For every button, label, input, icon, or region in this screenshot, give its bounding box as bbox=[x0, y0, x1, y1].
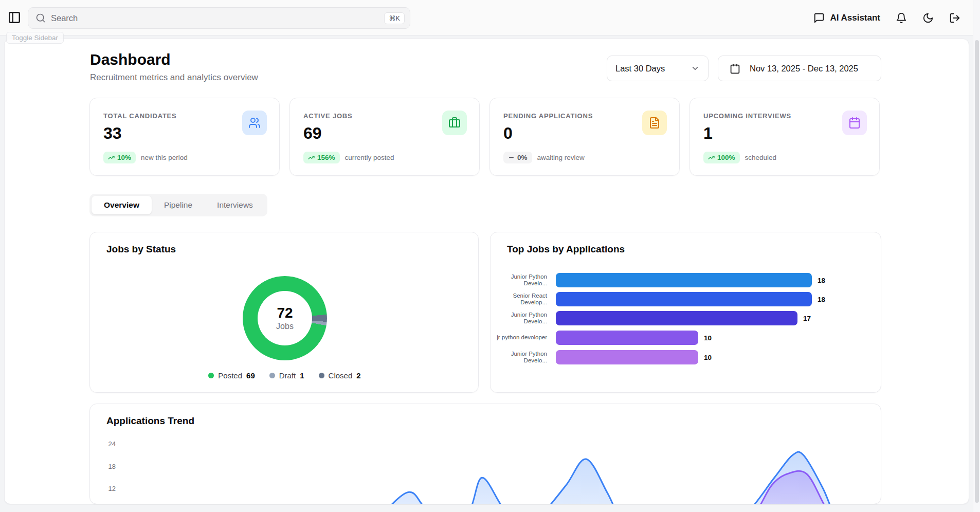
stat-icon-tile bbox=[242, 111, 267, 135]
stat-card-active-jobs: ACTIVE JOBS 69 156% currently posted bbox=[289, 98, 480, 176]
stat-card-total-candidates: TOTAL CANDIDATES 33 10% new this period bbox=[89, 98, 280, 176]
stat-caption: new this period bbox=[141, 154, 188, 161]
bell-icon bbox=[896, 12, 907, 24]
toggle-sidebar-tooltip: Toggle Sidebar bbox=[6, 32, 64, 44]
stat-value: 33 bbox=[103, 124, 122, 143]
bar-label: Junior Python Develo... bbox=[491, 351, 556, 364]
scrollbar-thumb[interactable] bbox=[975, 40, 979, 503]
ai-assistant-button[interactable]: AI Assistant bbox=[813, 12, 880, 24]
page-title: Dashboard bbox=[90, 51, 171, 68]
stat-value: 0 bbox=[503, 124, 513, 143]
top-jobs-bar bbox=[556, 350, 698, 364]
stat-label: PENDING APPLICATIONS bbox=[503, 112, 593, 120]
legend-item: Draft 1 bbox=[269, 371, 304, 380]
bar-value: 18 bbox=[818, 277, 825, 284]
briefcase-icon bbox=[448, 117, 461, 129]
date-range-button[interactable]: Nov 13, 2025 - Dec 13, 2025 bbox=[718, 56, 881, 81]
calendar-icon bbox=[848, 117, 861, 129]
search-icon bbox=[35, 13, 46, 23]
stat-value: 69 bbox=[303, 124, 322, 143]
bar-row: Junior Python Develo... 17 bbox=[491, 311, 874, 325]
stat-caption: currently posted bbox=[345, 154, 394, 161]
stat-value: 1 bbox=[703, 124, 713, 143]
bar-label: Junior Python Develo... bbox=[491, 273, 556, 287]
period-select[interactable]: Last 30 Days bbox=[607, 56, 709, 81]
chat-bubble-icon bbox=[813, 12, 825, 24]
stat-label: TOTAL CANDIDATES bbox=[103, 112, 177, 120]
trend-chart bbox=[90, 404, 881, 504]
logout-icon bbox=[949, 12, 960, 24]
sidebar-toggle-button[interactable] bbox=[6, 9, 23, 26]
donut-total: 72 bbox=[277, 306, 293, 320]
file-text-icon bbox=[648, 117, 661, 129]
logout-button[interactable] bbox=[949, 12, 960, 24]
applications-trend-card: Applications Trend 24 18 12 bbox=[89, 404, 881, 504]
chevron-down-icon bbox=[691, 64, 700, 73]
minus-icon bbox=[508, 154, 515, 161]
trend-badge: 10% bbox=[103, 152, 136, 163]
trend-badge: 100% bbox=[703, 152, 740, 163]
ai-assistant-label: AI Assistant bbox=[830, 13, 880, 23]
bar-row: jr python devoloper 10 bbox=[491, 331, 874, 345]
page-subtitle: Recruitment metrics and analytics overvi… bbox=[90, 72, 258, 83]
stat-caption: awaiting review bbox=[537, 154, 585, 161]
legend-dot bbox=[269, 373, 275, 378]
legend-item: Posted 69 bbox=[208, 371, 255, 380]
users-icon bbox=[248, 117, 261, 129]
donut-legend: Posted 69 Draft 1 Closed 2 bbox=[90, 371, 479, 380]
bar-value: 17 bbox=[803, 315, 811, 322]
legend-dot bbox=[208, 373, 214, 378]
dark-mode-toggle-button[interactable] bbox=[922, 12, 934, 24]
panel-left-icon bbox=[8, 11, 21, 24]
moon-icon bbox=[922, 12, 934, 24]
stat-icon-tile bbox=[642, 111, 667, 135]
top-jobs-card: Top Jobs by Applications Junior Python D… bbox=[490, 232, 881, 393]
trending-up-icon bbox=[708, 154, 715, 161]
period-select-value: Last 30 Days bbox=[615, 64, 665, 74]
trend-badge: 156% bbox=[303, 152, 340, 163]
jobs-status-donut: 72 Jobs bbox=[243, 276, 327, 360]
bar-label: Junior Python Develo... bbox=[491, 312, 556, 325]
bar-row: Junior Python Develo... 18 bbox=[491, 273, 874, 287]
chart-title: Jobs by Status bbox=[106, 244, 176, 255]
stat-card-pending-applications: PENDING APPLICATIONS 0 0% awaiting revie… bbox=[489, 98, 680, 176]
top-jobs-bar bbox=[556, 273, 812, 287]
vertical-scrollbar[interactable] bbox=[973, 0, 980, 512]
stat-card-upcoming-interviews: UPCOMING INTERVIEWS 1 100% scheduled bbox=[689, 98, 880, 176]
chart-title: Top Jobs by Applications bbox=[507, 244, 625, 255]
trending-up-icon bbox=[308, 154, 315, 161]
stat-caption: scheduled bbox=[745, 154, 777, 161]
trending-up-icon bbox=[108, 154, 115, 161]
stat-label: UPCOMING INTERVIEWS bbox=[703, 112, 791, 120]
flat-badge: 0% bbox=[503, 152, 532, 163]
donut-total-label: Jobs bbox=[276, 322, 294, 331]
date-range-value: Nov 13, 2025 - Dec 13, 2025 bbox=[750, 64, 858, 74]
trend-line-0 bbox=[124, 452, 869, 504]
search-box[interactable]: ⌘K bbox=[28, 7, 410, 29]
topbar-actions: AI Assistant bbox=[813, 0, 960, 35]
stat-icon-tile bbox=[842, 111, 867, 135]
stat-label: ACTIVE JOBS bbox=[303, 112, 352, 120]
bar-row: Senior React Develop... 18 bbox=[491, 292, 874, 306]
top-jobs-bar bbox=[556, 311, 797, 325]
top-jobs-bar bbox=[556, 292, 812, 306]
tab-pipeline[interactable]: Pipeline bbox=[152, 196, 205, 214]
notifications-button[interactable] bbox=[896, 12, 907, 24]
legend-dot bbox=[319, 373, 324, 378]
legend-item: Closed 2 bbox=[319, 371, 361, 380]
bar-label: Senior React Develop... bbox=[491, 292, 556, 306]
jobs-by-status-card: Jobs by Status 72 Jobs Posted 69 Draft 1… bbox=[89, 232, 479, 393]
bar-label: jr python devoloper bbox=[491, 334, 556, 341]
bar-value: 18 bbox=[818, 296, 825, 303]
top-jobs-bar bbox=[556, 331, 698, 345]
tab-overview[interactable]: Overview bbox=[92, 196, 152, 214]
search-input[interactable] bbox=[51, 13, 379, 23]
stat-icon-tile bbox=[442, 111, 467, 135]
bar-row: Junior Python Develo... 10 bbox=[491, 350, 874, 364]
calendar-icon bbox=[730, 63, 740, 74]
search-shortcut-badge: ⌘K bbox=[384, 12, 405, 24]
bar-value: 10 bbox=[704, 354, 712, 361]
tab-interviews[interactable]: Interviews bbox=[205, 196, 265, 214]
bar-value: 10 bbox=[704, 334, 712, 342]
topbar: ⌘K AI Assistant bbox=[0, 0, 973, 35]
